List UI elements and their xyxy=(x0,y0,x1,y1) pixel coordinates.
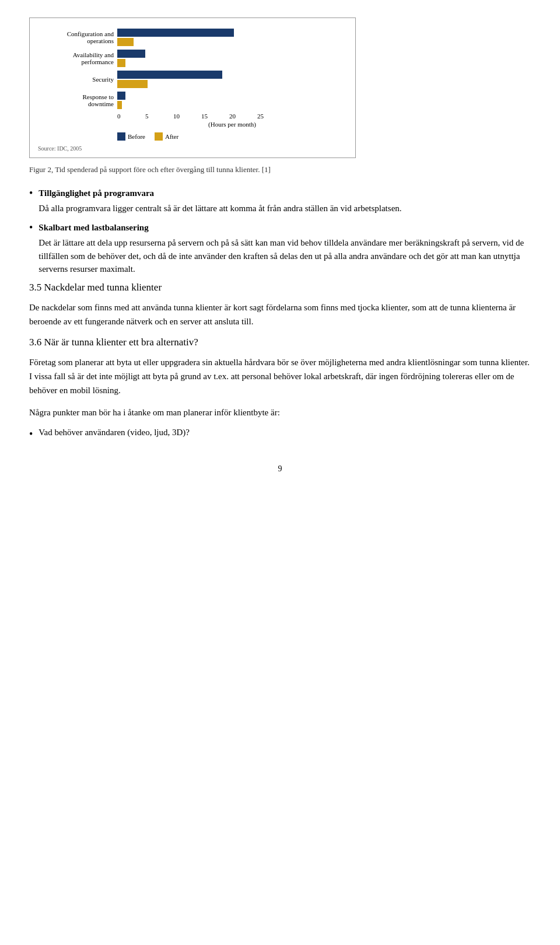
bar-after-3 xyxy=(117,80,148,88)
bullet-dot-2: • xyxy=(29,221,33,276)
bars-group-1 xyxy=(117,29,234,46)
bar-after-2 xyxy=(117,59,125,67)
section-35-heading: 3.5 Nackdelar med tunna klienter xyxy=(29,282,531,293)
bullet-body-1: Då alla programvara ligger centralt så ä… xyxy=(38,204,401,213)
bullet-body-3: Vad behöver användaren (video, ljud, 3D)… xyxy=(38,428,190,441)
x-axis-label: (Hours per month) xyxy=(117,121,347,128)
chart-row-2: Availability and performance xyxy=(38,50,347,67)
chart-row-1: Configuration and operations xyxy=(38,29,347,46)
x-tick-5: 5 xyxy=(145,113,173,120)
bullet-dot-1: • xyxy=(29,187,33,215)
bullet-item-1: • Tillgänglighet på programvara Då alla … xyxy=(29,187,531,215)
legend-before: Before xyxy=(117,132,145,141)
legend-after: After xyxy=(155,132,178,141)
bullet-text-2: Skalbart med lastbalansering Det är lätt… xyxy=(38,221,531,276)
legend-after-label: After xyxy=(165,133,178,140)
chart-bars: Configuration and operations Availabilit… xyxy=(38,29,347,109)
section-36-text1: Företag som planerar att byta ut eller u… xyxy=(29,355,531,397)
bars-group-4 xyxy=(117,92,125,109)
source-text: Source: IDC, 2005 xyxy=(38,145,347,152)
figure-caption: Figur 2, Tid spenderad på support före o… xyxy=(29,164,531,176)
bars-group-2 xyxy=(117,50,145,67)
chart-label-1: Configuration and operations xyxy=(38,30,114,44)
x-tick-25: 25 xyxy=(257,113,285,120)
bullet-item-3: • Vad behöver användaren (video, ljud, 3… xyxy=(29,428,531,441)
legend-after-box xyxy=(155,132,163,141)
chart-label-4: Response to downtime xyxy=(38,93,114,107)
bar-after-4 xyxy=(117,101,122,109)
legend-before-label: Before xyxy=(128,133,145,140)
section-35-text: De nackdelar som finns med att använda t… xyxy=(29,300,531,328)
bars-group-3 xyxy=(117,71,222,88)
bullet-dot-3: • xyxy=(29,428,33,441)
bullet-item-2: • Skalbart med lastbalansering Det är lä… xyxy=(29,221,531,276)
bullet-body-2: Det är lättare att dela upp resurserna p… xyxy=(38,238,524,274)
chart-label-2: Availability and performance xyxy=(38,51,114,65)
bar-before-2 xyxy=(117,50,145,58)
legend-before-box xyxy=(117,132,125,141)
x-tick-0: 0 xyxy=(117,113,145,120)
bullet-heading-2: Skalbart med lastbalansering xyxy=(38,221,531,235)
chart-container: Configuration and operations Availabilit… xyxy=(29,18,356,158)
bar-after-1 xyxy=(117,38,134,46)
page-number: 9 xyxy=(29,464,531,474)
section-36-text2: Några punkter man bör ha i åtanke om man… xyxy=(29,405,531,419)
x-tick-15: 15 xyxy=(201,113,229,120)
chart-row-3: Security xyxy=(38,71,347,88)
section-36-heading: 3.6 När är tunna klienter ett bra altern… xyxy=(29,337,531,348)
chart-row-4: Response to downtime xyxy=(38,92,347,109)
x-tick-20: 20 xyxy=(229,113,257,120)
bullet-text-1: Tillgänglighet på programvara Då alla pr… xyxy=(38,187,401,215)
x-axis: 0 5 10 15 20 25 xyxy=(117,113,347,120)
x-tick-10: 10 xyxy=(173,113,201,120)
bar-before-4 xyxy=(117,92,125,100)
bar-before-1 xyxy=(117,29,234,37)
chart-label-3: Security xyxy=(38,76,114,83)
bar-before-3 xyxy=(117,71,222,79)
chart-legend: Before After xyxy=(117,132,347,141)
bullet-heading-1: Tillgänglighet på programvara xyxy=(38,187,401,200)
